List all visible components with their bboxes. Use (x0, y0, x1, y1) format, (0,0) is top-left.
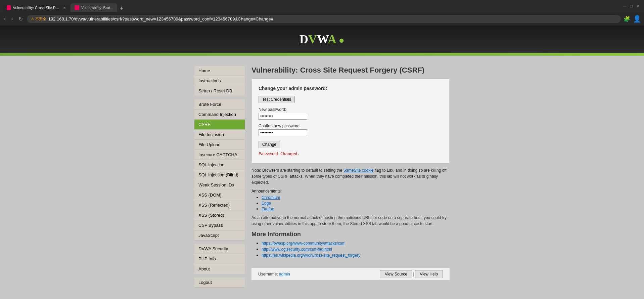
list-item: http://www.cgisecurity.com/csrf-faq.html (262, 247, 450, 252)
sidebar-item-sql-injection[interactable]: SQL Injection (194, 160, 245, 170)
sidebar-item-csrf[interactable]: CSRF (194, 120, 245, 130)
forward-button[interactable]: › (10, 14, 14, 23)
username-link[interactable]: admin (279, 272, 290, 276)
new-tab-button[interactable]: + (120, 5, 124, 12)
chromium-link[interactable]: Chromium (262, 195, 280, 200)
cgisecurity-link[interactable]: http://www.cgisecurity.com/csrf-faq.html (262, 247, 332, 252)
footer-buttons: View Source | View Help (380, 270, 443, 278)
sidebar-item-file-inclusion[interactable]: File Inclusion (194, 130, 245, 140)
address-bar-container: ⚠ 不安全 (27, 15, 621, 23)
separator: | (412, 272, 415, 276)
security-warning: ⚠ 不安全 (31, 16, 46, 22)
toolbar-icons: 🧩 👤 (624, 15, 641, 23)
firefox-link[interactable]: Firefox (262, 207, 274, 211)
sidebar-item-dvwa-security[interactable]: DVWA Security (194, 244, 245, 254)
view-help-button[interactable]: View Help (415, 270, 443, 278)
sidebar: Home Instructions Setup / Reset DB Brute… (194, 66, 245, 288)
sidebar-item-insecure-captcha[interactable]: Insecure CAPTCHA (194, 150, 245, 160)
sidebar-item-command-injection[interactable]: Command Injection (194, 110, 245, 120)
address-bar[interactable] (48, 16, 617, 22)
footer-username: Username: admin (258, 272, 290, 276)
sidebar-item-javascript[interactable]: JavaScript (194, 230, 245, 241)
announcements-label: Announcements: (251, 189, 450, 194)
inactive-tab[interactable]: Vulnerability: Brut... (71, 3, 117, 12)
sidebar-item-setup[interactable]: Setup / Reset DB (194, 86, 245, 96)
sidebar-item-home[interactable]: Home (194, 66, 245, 76)
list-item: https://en.wikipedia.org/wiki/Cross-site… (262, 253, 450, 258)
edge-link[interactable]: Edge (262, 201, 271, 206)
back-button[interactable]: ‹ (3, 14, 7, 23)
green-bar (0, 53, 644, 56)
sidebar-item-logout[interactable]: Logout (194, 277, 245, 288)
password-change-box: Change your admin password: Test Credent… (251, 79, 450, 163)
sidebar-item-xss-reflected[interactable]: XSS (Reflected) (194, 200, 245, 210)
list-item: Firefox (262, 206, 450, 211)
owasp-link[interactable]: https://owasp.org/www-community/attacks/… (262, 241, 344, 246)
reload-button[interactable]: ↻ (17, 14, 24, 24)
announcements-list: Chromium Edge Firefox (251, 195, 450, 211)
dvwa-logo: DVWA ● (7, 32, 637, 46)
more-info-title: More Information (251, 231, 450, 238)
close-button[interactable]: ✕ (635, 2, 641, 10)
sidebar-item-brute-force[interactable]: Brute Force (194, 99, 245, 110)
more-info-list: https://owasp.org/www-community/attacks/… (251, 241, 450, 258)
profile-icon[interactable]: 👤 (633, 15, 641, 23)
active-tab[interactable]: Vulnerability: Cross Site Reque... ✕ (3, 3, 70, 12)
new-password-input[interactable] (259, 113, 307, 120)
maximize-button[interactable]: □ (629, 2, 634, 10)
sidebar-item-xss-stored[interactable]: XSS (Stored) (194, 210, 245, 220)
view-source-button[interactable]: View Source (380, 270, 412, 278)
tab-close-icon[interactable]: ✕ (63, 6, 66, 10)
security-text: 不安全 (35, 16, 46, 22)
wikipedia-link[interactable]: https://en.wikipedia.org/wiki/Cross-site… (262, 253, 360, 258)
new-password-group: New password: (259, 107, 443, 120)
list-item: Chromium (262, 195, 450, 200)
change-button[interactable]: Change (259, 141, 280, 148)
extensions-icon[interactable]: 🧩 (624, 16, 630, 22)
sidebar-item-csp-bypass[interactable]: CSP Bypass (194, 220, 245, 230)
tab-favicon-2 (75, 5, 79, 10)
dvwa-header: DVWA ● (0, 26, 644, 53)
tab-favicon (7, 5, 11, 10)
sidebar-item-instructions[interactable]: Instructions (194, 76, 245, 86)
content-area: Vulnerability: Cross Site Request Forger… (245, 66, 450, 288)
sidebar-item-file-upload[interactable]: File Upload (194, 140, 245, 150)
sidebar-item-about[interactable]: About (194, 264, 245, 274)
change-heading: Change your admin password: (259, 86, 443, 91)
sidebar-item-php-info[interactable]: PHP Info (194, 254, 245, 264)
list-item: https://owasp.org/www-community/attacks/… (262, 241, 450, 246)
confirm-password-input[interactable] (259, 129, 307, 136)
confirm-password-group: Confirm new password: (259, 124, 443, 136)
success-message: Password Changed. (259, 152, 443, 156)
samesite-note: Note: Browsers are starting to default t… (251, 167, 450, 185)
page-title: Vulnerability: Cross Site Request Forger… (251, 66, 450, 75)
test-credentials-button[interactable]: Test Credentials (259, 96, 295, 103)
tab-label-2: Vulnerability: Brut... (81, 6, 113, 10)
tab-label: Vulnerability: Cross Site Reque... (13, 6, 61, 10)
list-item: Edge (262, 201, 450, 206)
sidebar-item-xss-dom[interactable]: XSS (DOM) (194, 190, 245, 200)
sidebar-item-sql-injection-blind[interactable]: SQL Injection (Blind) (194, 170, 245, 180)
minimize-button[interactable]: ─ (622, 2, 628, 10)
alt-text: As an alternative to the normal attack o… (251, 215, 450, 227)
new-password-label: New password: (259, 107, 443, 112)
footer-bar: Username: admin View Source | View Help (251, 268, 450, 280)
sidebar-item-weak-session-ids[interactable]: Weak Session IDs (194, 180, 245, 190)
samesite-link[interactable]: SameSite cookie (343, 168, 373, 173)
confirm-password-label: Confirm new password: (259, 124, 443, 128)
